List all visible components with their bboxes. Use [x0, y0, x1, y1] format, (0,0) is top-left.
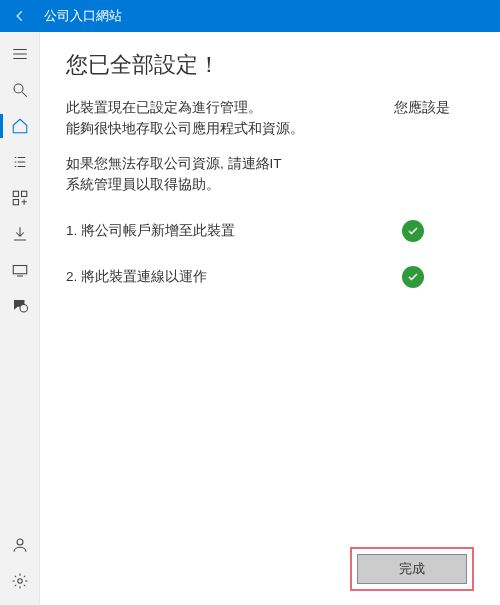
sidebar-item-settings[interactable]: [0, 563, 40, 599]
help-line2: 系統管理員以取得協助。: [66, 177, 220, 192]
done-button-highlight: 完成: [350, 547, 474, 591]
sidebar-item-devices[interactable]: [0, 252, 40, 288]
svg-point-5: [20, 305, 28, 313]
check-icon: [402, 220, 424, 242]
titlebar: 公司入口網站: [0, 0, 500, 32]
arrow-left-icon: [13, 9, 27, 23]
sidebar-item-chat[interactable]: [0, 288, 40, 324]
sidebar-item-apps[interactable]: [0, 180, 40, 216]
intro-line1: 此裝置現在已設定為進行管理。: [66, 98, 394, 119]
svg-rect-3: [13, 200, 18, 205]
sidebar: [0, 32, 40, 605]
devices-icon: [11, 261, 29, 279]
person-icon: [11, 536, 29, 554]
intro-right: 您應該是: [394, 98, 474, 140]
intro-paragraph: 此裝置現在已設定為進行管理。 能夠很快地存取公司應用程式和資源。 您應該是: [66, 98, 474, 140]
sidebar-item-search[interactable]: [0, 72, 40, 108]
gear-icon: [11, 572, 29, 590]
help-it: IT: [270, 156, 282, 171]
back-button[interactable]: [8, 4, 32, 28]
home-icon: [11, 117, 29, 135]
apps-icon: [11, 189, 29, 207]
chat-icon: [11, 297, 29, 315]
help-line1: 如果您無法存取公司資源, 請連絡: [66, 156, 270, 171]
sidebar-item-home[interactable]: [0, 108, 40, 144]
list-icon: [11, 153, 29, 171]
help-paragraph: 如果您無法存取公司資源, 請連絡IT 系統管理員以取得協助。: [66, 154, 474, 196]
sidebar-item-account[interactable]: [0, 527, 40, 563]
footer: 完成: [66, 547, 474, 605]
hamburger-icon: [11, 45, 29, 63]
sidebar-item-download[interactable]: [0, 216, 40, 252]
done-button[interactable]: 完成: [357, 554, 467, 584]
setup-step-2-label: 2. 將此裝置連線以運作: [66, 268, 402, 286]
sidebar-item-list[interactable]: [0, 144, 40, 180]
page-title: 您已全部設定！: [66, 50, 474, 80]
intro-line2: 能夠很快地存取公司應用程式和資源。: [66, 119, 394, 140]
svg-rect-4: [13, 266, 27, 274]
setup-step-1-label: 1. 將公司帳戶新增至此裝置: [66, 222, 402, 240]
download-icon: [11, 225, 29, 243]
setup-step-1: 1. 將公司帳戶新增至此裝置: [66, 220, 474, 242]
svg-rect-2: [21, 191, 26, 196]
setup-step-2: 2. 將此裝置連線以運作: [66, 266, 474, 288]
svg-rect-1: [13, 191, 18, 196]
svg-point-7: [17, 579, 22, 584]
check-icon: [402, 266, 424, 288]
svg-point-6: [17, 539, 23, 545]
main-content: 您已全部設定！ 此裝置現在已設定為進行管理。 能夠很快地存取公司應用程式和資源。…: [40, 32, 500, 605]
app-title: 公司入口網站: [44, 7, 122, 25]
svg-point-0: [14, 84, 23, 93]
sidebar-item-menu[interactable]: [0, 36, 40, 72]
search-icon: [11, 81, 29, 99]
